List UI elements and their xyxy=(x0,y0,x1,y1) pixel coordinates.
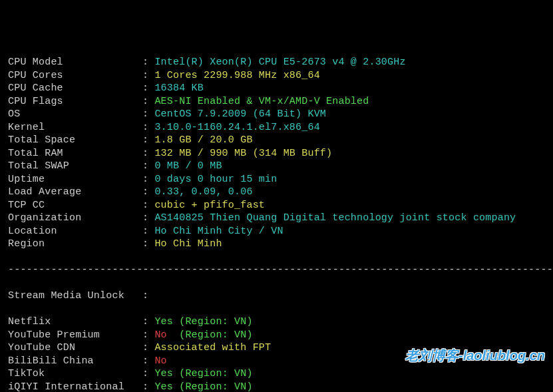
stream-extra: (Region: VN) xyxy=(167,329,253,341)
info-value: 0 MB / 0 MB xyxy=(154,160,222,172)
stream-yesno: Yes xyxy=(154,381,173,393)
info-value: 0 days 0 hour 15 min xyxy=(154,174,277,185)
colon: : xyxy=(142,134,154,146)
info-row: Region: Ho Chi Minh xyxy=(8,238,553,251)
colon: : xyxy=(142,160,154,172)
colon: : xyxy=(142,342,154,353)
colon: : xyxy=(142,186,154,198)
colon: : xyxy=(142,174,154,185)
info-row: Uptime: 0 days 0 hour 15 min xyxy=(8,173,553,186)
info-value: 1.8 GB / 20.0 GB xyxy=(154,134,252,146)
info-value: cubic + pfifo_fast xyxy=(154,200,265,211)
info-value: 0.33, 0.09, 0.06 xyxy=(154,186,252,198)
info-label: Location xyxy=(8,225,142,238)
info-label: CPU Model xyxy=(8,56,142,69)
watermark-text: 老刘博客-laoliublog.cn xyxy=(405,347,545,364)
colon: : xyxy=(142,200,154,211)
info-row: CPU Model: Intel(R) Xeon(R) CPU E5-2673 … xyxy=(8,56,553,69)
stream-label: BiliBili China xyxy=(8,355,142,368)
stream-extra: (Region: VN) xyxy=(173,316,253,327)
info-value: Ho Chi Minh xyxy=(154,238,222,250)
info-row: OS: CentOS 7.9.2009 (64 Bit) KVM xyxy=(8,108,553,121)
info-label: Kernel xyxy=(8,121,142,134)
info-label: Total Space xyxy=(8,134,142,147)
system-info-section: CPU Model: Intel(R) Xeon(R) CPU E5-2673 … xyxy=(8,56,553,251)
colon: : xyxy=(142,96,154,107)
stream-label: YouTube Premium xyxy=(8,329,142,342)
stream-yesno: No xyxy=(154,355,166,367)
info-row: CPU Cores: 1 Cores 2299.988 MHz x86_64 xyxy=(8,69,553,83)
info-value: AES-NI Enabled & VM-x/AMD-V Enabled xyxy=(154,96,369,107)
stream-label: iQIYI International xyxy=(8,381,142,393)
stream-header-label: Stream Media Unlock xyxy=(8,290,142,303)
stream-header-row: Stream Media Unlock: xyxy=(8,290,553,303)
colon: : xyxy=(142,70,154,81)
info-label: Region xyxy=(8,238,142,251)
stream-row: TikTok: Yes (Region: VN) xyxy=(8,367,553,381)
info-label: CPU Cache xyxy=(8,82,142,95)
info-row: Total SWAP: 0 MB / 0 MB xyxy=(8,160,553,173)
colon: : xyxy=(142,148,154,159)
colon: : xyxy=(142,238,154,250)
stream-row: iQIYI International: Yes (Region: VN) xyxy=(8,381,553,393)
info-label: CPU Cores xyxy=(8,69,142,83)
info-label: OS xyxy=(8,108,142,121)
info-row: Organization: AS140825 Thien Quang Digit… xyxy=(8,212,553,225)
info-row: Kernel: 3.10.0-1160.24.1.el7.x86_64 xyxy=(8,121,553,134)
stream-extra: (Region: VN) xyxy=(173,381,253,393)
info-value: 16384 KB xyxy=(154,83,204,94)
info-value: AS140825 Thien Quang Digital technology … xyxy=(154,212,516,224)
divider: ----------------------------------------… xyxy=(8,264,553,277)
info-label: TCP CC xyxy=(8,199,142,212)
colon: : xyxy=(142,226,154,237)
info-value: Intel(R) Xeon(R) CPU E5-2673 v4 @ 2.30GH… xyxy=(154,57,405,68)
stream-yesno: No xyxy=(154,329,166,341)
colon: : xyxy=(142,290,148,301)
info-row: CPU Cache: 16384 KB xyxy=(8,82,553,95)
stream-yesno: Yes xyxy=(154,316,173,327)
info-row: Total RAM: 132 MB / 990 MB (314 MB Buff) xyxy=(8,147,553,160)
colon: : xyxy=(142,108,154,120)
info-row: Load Average: 0.33, 0.09, 0.06 xyxy=(8,186,553,199)
info-row: Location: Ho Chi Minh City / VN xyxy=(8,225,553,238)
info-label: CPU Flags xyxy=(8,95,142,108)
info-value: CentOS 7.9.2009 (64 Bit) KVM xyxy=(154,108,326,120)
colon: : xyxy=(142,329,154,341)
colon: : xyxy=(142,381,154,393)
info-label: Total RAM xyxy=(8,147,142,160)
stream-row: Netflix: Yes (Region: VN) xyxy=(8,315,553,329)
stream-yesno: Yes xyxy=(154,368,173,379)
colon: : xyxy=(142,316,154,327)
stream-extra: (Region: VN) xyxy=(173,368,253,379)
colon: : xyxy=(142,57,154,68)
colon: : xyxy=(142,83,154,94)
info-label: Organization xyxy=(8,212,142,225)
colon: : xyxy=(142,355,154,367)
colon: : xyxy=(142,122,154,133)
info-row: CPU Flags: AES-NI Enabled & VM-x/AMD-V E… xyxy=(8,95,553,108)
info-value: 132 MB / 990 MB (314 MB Buff) xyxy=(154,148,332,159)
info-value: Ho Chi Minh City / VN xyxy=(154,226,283,237)
colon: : xyxy=(142,368,154,379)
info-row: Total Space: 1.8 GB / 20.0 GB xyxy=(8,134,553,147)
info-label: Uptime xyxy=(8,173,142,186)
info-value: 3.10.0-1160.24.1.el7.x86_64 xyxy=(154,122,319,133)
info-label: Load Average xyxy=(8,186,142,199)
stream-row: YouTube Premium: No (Region: VN) xyxy=(8,329,553,342)
stream-label: Netflix xyxy=(8,315,142,329)
stream-label: YouTube CDN xyxy=(8,341,142,355)
stream-extra: Associated with FPT xyxy=(154,342,271,353)
info-value: 1 Cores 2299.988 MHz x86_64 xyxy=(154,70,319,81)
colon: : xyxy=(142,212,154,224)
info-row: TCP CC: cubic + pfifo_fast xyxy=(8,199,553,212)
stream-label: TikTok xyxy=(8,367,142,381)
info-label: Total SWAP xyxy=(8,160,142,173)
